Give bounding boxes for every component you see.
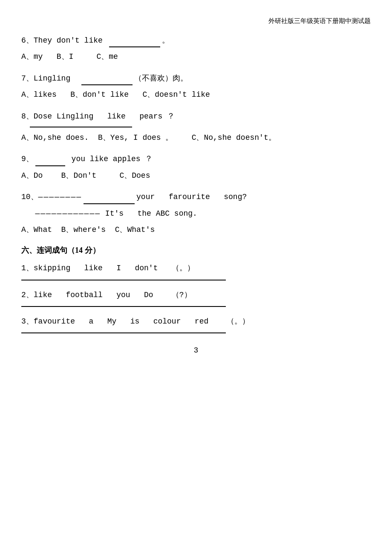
q9-blank <box>35 165 65 166</box>
compose-q2-text: 2、like football you Do （?） <box>21 288 371 302</box>
question-10: 10、————————your farourite song? ————————… <box>21 190 371 237</box>
q7-options: A、likes B、don't like C、doesn't like <box>21 88 371 101</box>
q8-text: 8、Dose Lingling like pears ？ <box>21 110 371 123</box>
compose-q3-text: 3、favourite a My is colour red （。） <box>21 315 371 328</box>
question-7: 7、Lingling （不喜欢）肉。 A、likes B、don't like … <box>21 72 371 102</box>
section-6-header: 六、连词成句（14 分） <box>21 245 371 255</box>
q6-text: 6、They don't like 。 <box>21 34 371 47</box>
q10-text: 10、————————your farourite song? <box>21 190 371 204</box>
compose-q1-answer <box>21 280 226 280</box>
q10-answer-dashes: ———————————— <box>35 207 101 220</box>
q6-blank <box>109 46 160 47</box>
compose-q2: 2、like football you Do （?） <box>21 288 371 307</box>
q8-options: A、No,she does. B、Yes, I does 。 C、No,she … <box>21 131 371 145</box>
page-container: 外研社版三年级英语下册期中测试题 6、They don't like 。 A、m… <box>0 0 392 372</box>
q9-options: A、Do B、Don't C、Does <box>21 169 371 182</box>
q10-dashes: ———————— <box>38 190 82 204</box>
q9-text: 9、 you like apples ？ <box>21 152 371 166</box>
compose-q1-text: 1、skipping like I don't （。） <box>21 261 371 275</box>
q10-blank <box>84 203 135 204</box>
q7-text: 7、Lingling （不喜欢）肉。 <box>21 72 371 85</box>
compose-q3-answer <box>21 332 226 333</box>
q8-answer-blank <box>30 127 132 127</box>
compose-q3: 3、favourite a My is colour red （。） <box>21 315 371 333</box>
question-8: 8、Dose Lingling like pears ？ A、No,she do… <box>21 110 371 145</box>
page-header: 外研社版三年级英语下册期中测试题 <box>21 17 371 25</box>
question-6: 6、They don't like 。 A、my B、I C、me <box>21 34 371 64</box>
page-number: 3 <box>21 346 371 355</box>
page-title: 外研社版三年级英语下册期中测试题 <box>268 17 371 24</box>
q7-blank <box>81 84 133 85</box>
compose-q1: 1、skipping like I don't （。） <box>21 261 371 280</box>
q6-options: A、my B、I C、me <box>21 50 371 64</box>
q10-answer: ———————————— It's the ABC song. <box>21 207 371 220</box>
q10-options: A、What B、where's C、What's <box>21 223 371 237</box>
compose-q2-answer <box>21 306 226 307</box>
question-9: 9、 you like apples ？ A、Do B、Don't C、Does <box>21 152 371 182</box>
